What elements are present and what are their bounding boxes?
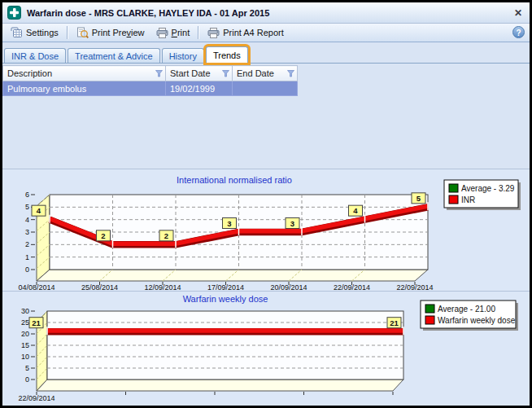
svg-text:Warfarin weekly dose: Warfarin weekly dose	[183, 294, 268, 304]
print-preview-icon	[76, 27, 89, 38]
svg-text:21: 21	[390, 318, 399, 327]
svg-text:4: 4	[37, 206, 41, 215]
column-header-end-date[interactable]: End Date	[233, 66, 298, 81]
svg-text:10: 10	[21, 353, 29, 361]
dose-trend-chart: Warfarin weekly dose051015202530212122/0…	[2, 292, 530, 406]
tab-label: History	[169, 51, 197, 61]
problems-table: Description Start Date End Date Pulmonar	[2, 65, 298, 96]
svg-text:22/09/2014: 22/09/2014	[18, 394, 55, 402]
column-label: End Date	[237, 68, 274, 78]
svg-text:20: 20	[21, 330, 29, 338]
svg-text:3: 3	[25, 228, 29, 236]
tab-inr-and-dose[interactable]: INR & Dose	[4, 48, 66, 63]
svg-text:5: 5	[416, 194, 421, 203]
cell-start-date: 19/02/1999	[166, 81, 233, 96]
svg-text:25: 25	[21, 318, 29, 327]
svg-text:04/08/2014: 04/08/2014	[18, 283, 55, 291]
tab-bar: INR & Dose Treatment & Advice History Tr…	[2, 42, 530, 63]
filter-icon[interactable]	[155, 70, 163, 77]
svg-text:17/09/2014: 17/09/2014	[207, 283, 244, 291]
dose-chart-panel: Warfarin weekly dose051015202530212122/0…	[2, 291, 530, 406]
svg-text:1: 1	[25, 253, 29, 261]
svg-text:5: 5	[25, 203, 29, 211]
print-button[interactable]: Print	[150, 26, 196, 40]
svg-text:2: 2	[101, 231, 105, 240]
title-bar: Warfarin dose - MRS CLARKE, HAYLEY IDA -…	[2, 2, 530, 24]
column-label: Start Date	[170, 68, 211, 78]
svg-text:25/08/2014: 25/08/2014	[81, 283, 118, 291]
inr-trend-chart: International normalised ratio0123456422…	[2, 169, 530, 291]
svg-text:20/09/2014: 20/09/2014	[270, 283, 307, 291]
svg-text:4: 4	[353, 206, 358, 215]
column-label: Description	[7, 68, 52, 78]
tab-label: INR & Dose	[11, 51, 59, 61]
svg-text:30: 30	[21, 307, 29, 315]
svg-text:INR: INR	[461, 195, 475, 204]
svg-text:International normalised ratio: International normalised ratio	[177, 175, 292, 185]
app-medical-cross-icon	[7, 6, 21, 20]
help-button[interactable]: ?	[512, 26, 525, 38]
svg-text:3: 3	[227, 219, 231, 228]
svg-text:0: 0	[25, 265, 29, 274]
svg-text:3: 3	[290, 219, 294, 228]
toolbar-separator	[198, 26, 199, 39]
close-button[interactable]: ✕	[514, 7, 522, 19]
svg-text:Average - 21.00: Average - 21.00	[438, 305, 495, 314]
svg-text:22/09/2014: 22/09/2014	[334, 283, 370, 291]
print-preview-button[interactable]: Print Preview	[71, 25, 150, 40]
table-row-pulmonary-embolus[interactable]: Pulmonary embolus 19/02/1999	[3, 81, 298, 96]
svg-text:21: 21	[32, 318, 41, 327]
cell-end-date	[233, 81, 298, 96]
inr-chart-panel: International normalised ratio0123456422…	[2, 169, 530, 291]
table-header-row: Description Start Date End Date	[3, 66, 298, 81]
column-header-description[interactable]: Description	[3, 66, 166, 81]
svg-text:0: 0	[25, 375, 29, 384]
tab-label: Trends	[213, 50, 241, 60]
tab-treatment-and-advice[interactable]: Treatment & Advice	[68, 48, 160, 63]
tab-trends[interactable]: Trends	[206, 46, 248, 63]
warfarin-dose-window: Warfarin dose - MRS CLARKE, HAYLEY IDA -…	[0, 0, 532, 408]
printer-icon	[207, 28, 220, 38]
filter-icon[interactable]	[222, 70, 229, 77]
svg-text:15: 15	[21, 341, 29, 349]
svg-text:2: 2	[25, 240, 29, 248]
svg-text:4: 4	[25, 216, 29, 224]
settings-button[interactable]: Settings	[5, 25, 64, 40]
svg-text:5: 5	[25, 364, 29, 372]
tab-label: Treatment & Advice	[75, 51, 153, 61]
print-a4-report-button[interactable]: Print A4 Report	[202, 26, 290, 40]
cell-description: Pulmonary embolus	[3, 81, 166, 96]
window-title: Warfarin dose - MRS CLARKE, HAYLEY IDA -…	[27, 8, 269, 18]
filter-icon[interactable]	[287, 70, 294, 77]
svg-text:2: 2	[164, 231, 168, 240]
problems-table-panel: Description Start Date End Date Pulmonar	[2, 63, 530, 169]
settings-icon	[11, 27, 23, 38]
print-icon	[156, 28, 168, 38]
column-header-start-date[interactable]: Start Date	[166, 66, 233, 81]
tab-history[interactable]: History	[162, 48, 204, 63]
svg-text:6: 6	[25, 191, 29, 199]
svg-text:Warfarin weekly dose: Warfarin weekly dose	[438, 316, 516, 325]
toolbar-separator	[67, 26, 68, 39]
svg-text:12/09/2014: 12/09/2014	[144, 283, 181, 291]
svg-text:Average - 3.29: Average - 3.29	[461, 184, 515, 193]
toolbar: Settings Print Preview Print	[2, 24, 530, 42]
svg-text:22/09/2014: 22/09/2014	[396, 283, 433, 291]
